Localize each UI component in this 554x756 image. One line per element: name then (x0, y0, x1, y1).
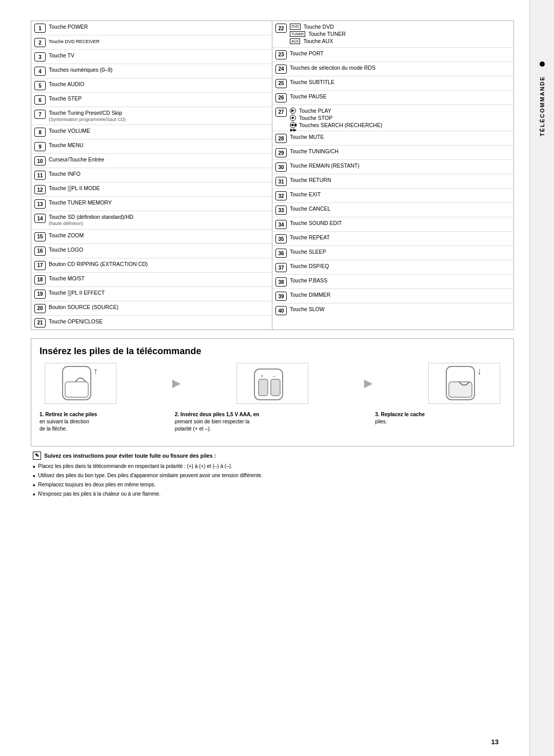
step2-illustration: + – (236, 363, 308, 404)
item-label: Curseur/Touche Entrée (49, 156, 104, 163)
step-labels: 1. Retirez le cache piles en suivant la … (39, 411, 505, 433)
svg-rect-1 (65, 382, 88, 397)
list-item: 24Touches de sélection du mode RDS (272, 62, 513, 76)
battery-title: Insérez les piles de la télécommande (39, 346, 505, 357)
item-label: Touche POWER (49, 23, 88, 30)
item-label: Touche Tuning Preset/CD Skip(Syntonisati… (49, 109, 126, 122)
list-item: 13Touche TUNER MEMORY (31, 197, 272, 211)
right-sidebar: TÉLÉCOMMANDE (529, 0, 554, 756)
list-item: 19Touche ▒PL II EFFECT (31, 287, 272, 301)
item-label: Touche OPEN/CLOSE (49, 318, 103, 325)
list-item: 7Touche Tuning Preset/CD Skip(Syntonisat… (31, 107, 272, 125)
item-label: Touche MO/ST (49, 275, 85, 282)
item-label: Touche DVD RECEIVER (49, 37, 100, 45)
note-bullet: Remplacez toujours les deux piles en mêm… (33, 481, 512, 488)
battery-section: Insérez les piles de la télécommande ↑ (31, 338, 514, 446)
item-label: Touche MUTE (290, 133, 324, 140)
arrow2: ► (361, 375, 375, 392)
item-number: 39 (275, 292, 287, 301)
list-item: 1Touche POWER (31, 21, 272, 35)
item-number: 7 (34, 110, 46, 119)
item-number: 36 (275, 249, 287, 258)
item-number: 27 (275, 108, 287, 117)
item-number: 13 (34, 199, 46, 209)
list-item: 34Touche SOUND EDIT (272, 217, 513, 232)
list-item: 25Touche SUBTITLE (272, 76, 513, 91)
item-label: DVDTouche DVDTUNERTouche TUNERAUXTouche … (290, 23, 346, 45)
note-bullet: Utilisez des piles du bon type. Des pile… (33, 472, 512, 479)
item-label: Touche TV (49, 52, 74, 59)
list-item: 10Curseur/Touche Entrée (31, 154, 272, 168)
item-number: 34 (275, 220, 287, 229)
list-item: 38Touche P.BASS (272, 275, 513, 289)
list-item: 37Touche DSP/EQ (272, 260, 513, 275)
item-label: Touche VOLUME (49, 127, 90, 134)
item-label: Touche PORT (290, 50, 324, 57)
step2-label: 2. Insérez deux piles 1,5 V AAA, en pren… (170, 411, 375, 433)
item-label: Touche AUDIO (49, 80, 84, 88)
list-item: 18Touche MO/ST (31, 273, 272, 287)
list-item: 35Touche REPEAT (272, 232, 513, 246)
item-label: Touche SOUND EDIT (290, 219, 342, 227)
list-item: 17Bouton CD RIPPING (EXTRACTION CD) (31, 258, 272, 273)
item-number: 26 (275, 93, 287, 103)
item-number: 38 (275, 277, 287, 287)
item-number: 33 (275, 206, 287, 215)
item-number: 5 (34, 81, 46, 90)
note-header: ✎ Suivez ces instructions pour éviter to… (33, 452, 512, 460)
item-label: Touche TUNING/CH (290, 148, 339, 155)
item-label: Touche CANCEL (290, 205, 330, 212)
page-number: 13 (491, 738, 499, 746)
item-label: ▶Touche PLAY■Touche STOP◀◀ ▶▶Touches SEA… (290, 107, 382, 129)
sidebar-dot (540, 62, 545, 67)
item-number: 22 (275, 24, 287, 33)
right-column: 22DVDTouche DVDTUNERTouche TUNERAUXTouch… (272, 21, 513, 330)
list-item: 8Touche VOLUME (31, 125, 272, 139)
list-item: 15Touche ZOOM (31, 230, 272, 244)
item-number: 28 (275, 134, 287, 143)
item-number: 1 (34, 24, 46, 33)
list-item: 14Touche SD (définition standard)/HD(hau… (31, 211, 272, 229)
item-number: 35 (275, 234, 287, 243)
item-label: Touche ZOOM (49, 232, 84, 239)
note-icon: ✎ (33, 452, 41, 460)
item-label: Touche P.BASS (290, 277, 327, 284)
item-label: Touche REMAIN (RESTANT) (290, 162, 360, 169)
step3-label: 3. Replacez le cache piles. (375, 411, 505, 425)
item-number: 19 (34, 290, 46, 299)
list-item: 30Touche REMAIN (RESTANT) (272, 160, 513, 174)
list-item: 20Bouton SOURCE (SOURCE) (31, 301, 272, 316)
note-header-text: Suivez ces instructions pour éviter tout… (44, 453, 216, 459)
item-label: Touche INFO (49, 170, 81, 177)
svg-text:↑: ↑ (93, 366, 98, 376)
item-number: 9 (34, 142, 46, 151)
list-item: 29Touche TUNING/CH (272, 146, 513, 160)
item-label: Touche DSP/EQ (290, 262, 329, 270)
item-label: Touche STEP (49, 95, 82, 102)
item-number: 18 (34, 275, 46, 284)
list-item: 3Touche TV (31, 50, 272, 64)
item-number: 40 (275, 306, 287, 315)
item-label: Touche ▒PL II MODE (49, 185, 100, 192)
list-item: 40Touche SLOW (272, 303, 513, 317)
item-label: Touche SUBTITLE (290, 78, 334, 86)
list-item: 16Touche LOGO (31, 244, 272, 258)
item-number: 29 (275, 148, 287, 157)
item-number: 10 (34, 156, 46, 166)
main-content: 1Touche POWER2Touche DVD RECEIVER3Touche… (0, 0, 529, 756)
svg-text:–: – (273, 374, 275, 379)
item-number: 21 (34, 318, 46, 328)
note-bullet: Placez les piles dans la télécommande en… (33, 463, 512, 470)
svg-rect-4 (259, 379, 268, 396)
item-number: 15 (34, 232, 46, 241)
svg-text:+: + (261, 374, 263, 379)
left-column: 1Touche POWER2Touche DVD RECEIVER3Touche… (31, 21, 272, 330)
svg-rect-5 (271, 379, 280, 396)
item-label: Touche LOGO (49, 246, 83, 253)
item-label: Bouton SOURCE (SOURCE) (49, 303, 118, 311)
sidebar-label: TÉLÉCOMMANDE (539, 76, 545, 136)
item-label: Touche DIMMER (290, 291, 330, 298)
item-number: 31 (275, 177, 287, 186)
list-item: 26Touche PAUSE (272, 91, 513, 105)
page: 1Touche POWER2Touche DVD RECEIVER3Touche… (0, 0, 554, 756)
